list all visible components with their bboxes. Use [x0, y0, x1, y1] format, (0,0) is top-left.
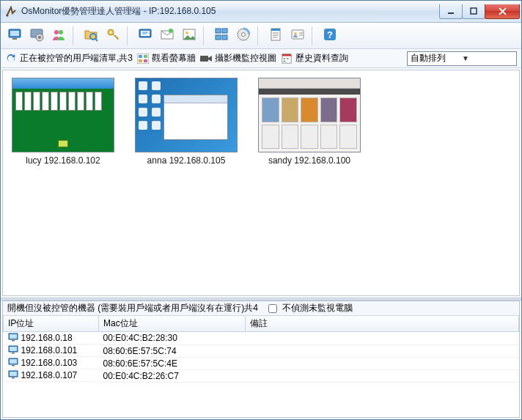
- unmanaged-header-text: 開機但沒被控管的機器 (需要裝用戶端或者用戶端沒有在運行)共4: [7, 302, 258, 314]
- table-header-row: IP位址 Mac位址 備註: [4, 316, 519, 332]
- window-buttons: [440, 4, 520, 19]
- camera-view-label: 攝影機監控視圖: [215, 52, 276, 65]
- cell-mac: 08:60:6E:57:5C:4E: [99, 357, 246, 369]
- table-row[interactable]: 192.168.0.10700:E0:4C:B2:26:C7: [4, 369, 519, 382]
- screen-icon: [138, 27, 152, 44]
- cell-ip: 192.168.0.101: [4, 345, 99, 357]
- unmanaged-grid[interactable]: IP位址 Mac位址 備註 192.168.0.1800:E0:4C:B2:28…: [3, 316, 519, 417]
- main-toolbar: ?: [1, 23, 521, 49]
- disc-button[interactable]: [234, 26, 253, 45]
- table-row[interactable]: 192.168.0.1800:E0:4C:B2:28:30: [4, 332, 519, 345]
- table-row[interactable]: 192.168.0.10108:60:6E:57:5C:74: [4, 345, 519, 357]
- sub-toolbar: 正在被控管的用戶端清單,共3 觀看螢幕牆 攝影機監控視圖 歷史資料查詢 自動排列…: [1, 49, 521, 68]
- camera-view-button[interactable]: 攝影機監控視圖: [200, 52, 276, 65]
- skip-detect-input[interactable]: [268, 304, 277, 313]
- mail-button[interactable]: [158, 26, 177, 45]
- col-mac[interactable]: Mac位址: [99, 316, 246, 332]
- cell-note: [246, 369, 519, 382]
- cell-note: [246, 345, 519, 357]
- svg-rect-54: [12, 377, 15, 379]
- minimize-button[interactable]: [439, 4, 463, 19]
- client-thumbnail[interactable]: lucy 192.168.0.102: [12, 78, 114, 166]
- titlebar[interactable]: OsMonitor優勢管理達人管理端 - IP:192.168.0.105: [1, 1, 521, 23]
- svg-text:?: ?: [327, 29, 333, 40]
- svg-rect-47: [10, 347, 17, 351]
- svg-point-13: [110, 32, 112, 34]
- history-query-label: 歷史資料查詢: [295, 52, 348, 65]
- col-note[interactable]: 備註: [246, 316, 519, 332]
- svg-point-29: [294, 32, 297, 35]
- toolbar-separator: [73, 26, 77, 45]
- cell-ip: 192.168.0.107: [4, 369, 99, 382]
- table-row[interactable]: 192.168.0.10308:60:6E:57:5C:4E: [4, 357, 519, 369]
- app-icon: [5, 6, 17, 18]
- doc-button[interactable]: [266, 26, 285, 45]
- cell-note: [246, 332, 519, 345]
- svg-rect-44: [10, 334, 17, 339]
- client-thumbnail[interactable]: sandy 192.168.0.100: [258, 78, 361, 166]
- svg-rect-40: [284, 58, 286, 59]
- svg-point-10: [59, 30, 63, 34]
- client-thumbnail[interactable]: anna 192.168.0.105: [135, 78, 238, 166]
- pc-icon: [8, 333, 18, 344]
- skip-detect-checkbox[interactable]: 不偵測未監視電腦: [265, 302, 353, 315]
- unmanaged-machines-pane: 開機但沒被控管的機器 (需要裝用戶端或者用戶端沒有在運行)共4 不偵測未監視電腦…: [2, 301, 520, 418]
- clients-count-text: 正在被控管的用戶端清單,共3: [20, 52, 133, 65]
- svg-rect-48: [12, 353, 15, 354]
- screen-wall-button[interactable]: 觀看螢幕牆: [137, 52, 196, 65]
- toolbar-separator: [312, 26, 316, 45]
- client-thumbnails-pane[interactable]: lucy 192.168.0.102anna 192.168.0.105sand…: [2, 70, 520, 296]
- monitor-icon: [7, 27, 22, 44]
- history-icon: [281, 53, 293, 65]
- svg-rect-33: [139, 55, 142, 58]
- cell-ip: 192.168.0.18: [4, 332, 99, 345]
- screens-grid-icon: [214, 27, 229, 44]
- screens-grid-button[interactable]: [212, 26, 231, 45]
- svg-rect-35: [139, 59, 142, 62]
- users-icon: [51, 27, 66, 44]
- svg-rect-22: [216, 35, 221, 40]
- help-button[interactable]: ?: [320, 26, 339, 45]
- key-button[interactable]: [103, 26, 122, 45]
- svg-rect-53: [10, 372, 17, 376]
- toolbar-separator: [127, 26, 131, 45]
- close-button[interactable]: [485, 4, 520, 19]
- unmanaged-table: IP位址 Mac位址 備註 192.168.0.1800:E0:4C:B2:28…: [3, 316, 519, 383]
- toolbar-separator: [203, 26, 207, 45]
- cell-mac: 00:E0:4C:B2:28:30: [99, 332, 246, 345]
- mail-icon: [160, 27, 174, 44]
- doc-icon: [268, 27, 283, 44]
- col-ip[interactable]: IP位址: [4, 316, 99, 332]
- app-window: OsMonitor優勢管理達人管理端 - IP:192.168.0.105 ? …: [0, 0, 522, 420]
- folder-search-button[interactable]: [81, 26, 100, 45]
- picture-button[interactable]: [180, 26, 199, 45]
- svg-rect-50: [10, 359, 17, 364]
- svg-rect-4: [10, 31, 19, 36]
- monitor-button[interactable]: [5, 26, 24, 45]
- unmanaged-header: 開機但沒被控管的機器 (需要裝用戶端或者用戶端沒有在運行)共4 不偵測未監視電腦: [3, 301, 519, 316]
- screenshot-preview: [135, 78, 238, 152]
- screenshot-preview: [12, 78, 114, 152]
- screen-button[interactable]: [136, 26, 155, 45]
- screenshot-preview: [258, 78, 361, 152]
- help-icon: ?: [323, 27, 337, 44]
- svg-point-8: [38, 36, 41, 39]
- camera-icon: [200, 53, 212, 65]
- thumbnail-caption: sandy 192.168.0.100: [258, 155, 361, 166]
- svg-point-0: [7, 14, 9, 16]
- svg-point-17: [169, 29, 173, 33]
- history-query-button[interactable]: 歷史資料查詢: [281, 52, 348, 65]
- svg-rect-20: [216, 29, 221, 33]
- svg-rect-23: [222, 35, 227, 40]
- cell-note: [246, 357, 519, 369]
- thumbnail-caption: lucy 192.168.0.102: [12, 155, 114, 166]
- cell-mac: 08:60:6E:57:5C:74: [99, 345, 246, 357]
- user-card-button[interactable]: [288, 26, 307, 45]
- users-button[interactable]: [49, 26, 68, 45]
- user-card-icon: [290, 27, 305, 44]
- maximize-button[interactable]: [462, 4, 485, 19]
- sort-combo[interactable]: 自動排列 ▼: [407, 51, 517, 66]
- settings-button[interactable]: [27, 26, 46, 45]
- svg-rect-45: [12, 340, 15, 342]
- svg-rect-51: [12, 365, 15, 366]
